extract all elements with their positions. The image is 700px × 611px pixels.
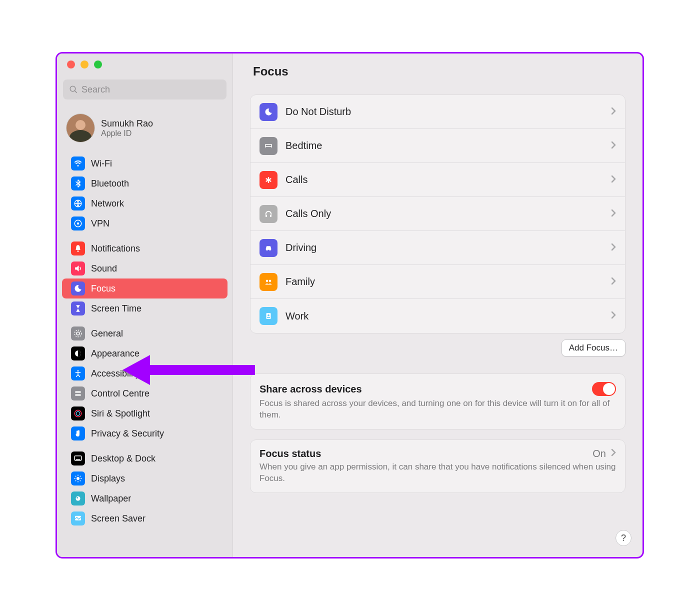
sidebar-item-control-centre[interactable]: Control Centre bbox=[62, 384, 228, 404]
focus-mode-label: Bedtime bbox=[286, 140, 611, 152]
sidebar-item-label: Screen Saver bbox=[91, 514, 146, 524]
svg-rect-16 bbox=[76, 460, 80, 460]
switches-icon bbox=[71, 386, 85, 400]
chevron-right-icon bbox=[611, 141, 616, 151]
maximize-button[interactable] bbox=[94, 60, 102, 68]
sidebar-item-privacy-security[interactable]: Privacy & Security bbox=[62, 424, 228, 444]
headphones-icon bbox=[260, 205, 278, 223]
sound-icon bbox=[71, 262, 85, 276]
focus-mode-driving[interactable]: Driving bbox=[250, 231, 625, 265]
help-button[interactable]: ? bbox=[616, 530, 632, 546]
apple-id-row[interactable]: Sumukh Rao Apple ID bbox=[57, 106, 232, 152]
user-name: Sumukh Rao bbox=[101, 118, 153, 129]
svg-rect-33 bbox=[270, 214, 272, 217]
sidebar-item-wallpaper[interactable]: Wallpaper bbox=[62, 488, 228, 508]
sidebar-item-desktop-dock[interactable]: Desktop & Dock bbox=[62, 448, 228, 468]
sidebar-item-network[interactable]: Network bbox=[62, 194, 228, 214]
focus-mode-label: Work bbox=[286, 310, 611, 322]
svg-line-25 bbox=[80, 476, 81, 477]
focus-mode-do-not-disturb[interactable]: Do Not Disturb bbox=[250, 95, 625, 129]
focus-mode-label: Calls bbox=[286, 174, 611, 186]
sidebar-item-label: Accessibility bbox=[91, 368, 140, 379]
focus-mode-label: Driving bbox=[286, 242, 611, 254]
sidebar-item-siri-spotlight[interactable]: Siri & Spotlight bbox=[62, 404, 228, 424]
siri-icon bbox=[71, 406, 85, 420]
sidebar-item-general[interactable]: General bbox=[62, 324, 228, 344]
sidebar-item-screen-saver[interactable]: Screen Saver bbox=[62, 508, 228, 528]
chevron-right-icon bbox=[611, 277, 616, 287]
share-across-devices-card: Share across devices Focus is shared acr… bbox=[250, 374, 626, 430]
sidebar-item-wi-fi[interactable]: Wi-Fi bbox=[62, 154, 228, 174]
svg-point-5 bbox=[77, 222, 80, 225]
svg-point-34 bbox=[266, 249, 268, 250]
sidebar-item-label: VPN bbox=[91, 218, 110, 229]
sidebar-item-label: Siri & Spotlight bbox=[91, 408, 150, 419]
moon-icon bbox=[260, 103, 278, 121]
window-controls bbox=[57, 60, 232, 80]
sidebar-group-4: Desktop & DockDisplaysWallpaperScreen Sa… bbox=[57, 446, 232, 532]
svg-point-13 bbox=[74, 410, 82, 417]
avatar bbox=[66, 114, 95, 142]
focus-mode-family[interactable]: Family bbox=[250, 265, 625, 299]
accessibility-icon bbox=[71, 366, 85, 380]
sidebar-item-displays[interactable]: Displays bbox=[62, 468, 228, 488]
sidebar-group-2: NotificationsSoundFocusScreen Time bbox=[57, 236, 232, 322]
bed-icon bbox=[260, 137, 278, 155]
wifi-icon bbox=[71, 156, 85, 170]
sidebar-item-label: Screen Time bbox=[91, 304, 142, 314]
sidebar-item-bluetooth[interactable]: Bluetooth bbox=[62, 174, 228, 194]
focus-status-card[interactable]: Focus status On When you give an app per… bbox=[250, 440, 626, 493]
svg-point-39 bbox=[268, 314, 270, 316]
chevron-right-icon bbox=[611, 243, 616, 253]
page-title: Focus bbox=[250, 64, 626, 78]
bluetooth-icon bbox=[71, 176, 85, 190]
add-focus-button[interactable]: Add Focus… bbox=[562, 340, 626, 356]
share-toggle[interactable] bbox=[592, 382, 616, 396]
focus-mode-calls[interactable]: Calls bbox=[250, 163, 625, 197]
minimize-button[interactable] bbox=[80, 60, 88, 68]
sidebar-item-accessibility[interactable]: Accessibility bbox=[62, 364, 228, 384]
close-button[interactable] bbox=[67, 60, 75, 68]
sidebar-item-label: Wallpaper bbox=[91, 494, 131, 504]
asterisk-icon bbox=[260, 171, 278, 189]
moon-icon bbox=[71, 282, 85, 296]
chevron-right-icon bbox=[611, 448, 616, 458]
sidebar-item-appearance[interactable]: Appearance bbox=[62, 344, 228, 364]
sidebar-item-focus[interactable]: Focus bbox=[62, 278, 228, 298]
focus-mode-label: Do Not Disturb bbox=[286, 106, 611, 118]
car-icon bbox=[260, 239, 278, 257]
svg-point-35 bbox=[270, 249, 271, 250]
sidebar-item-screen-time[interactable]: Screen Time bbox=[62, 298, 228, 318]
search-placeholder: Search bbox=[82, 84, 110, 95]
focus-mode-label: Family bbox=[286, 276, 611, 288]
focus-mode-work[interactable]: Work bbox=[250, 299, 625, 333]
network-icon bbox=[71, 196, 85, 210]
sidebar-item-vpn[interactable]: VPN bbox=[62, 214, 228, 234]
share-title: Share across devices bbox=[260, 384, 362, 395]
hourglass-icon bbox=[71, 302, 85, 316]
bell-icon bbox=[71, 242, 85, 256]
search-input[interactable]: Search bbox=[63, 80, 226, 100]
focus-mode-calls-only[interactable]: Calls Only bbox=[250, 197, 625, 231]
wallpaper-icon bbox=[71, 492, 85, 506]
sidebar-item-label: Control Centre bbox=[91, 388, 150, 399]
sidebar-item-label: Network bbox=[91, 198, 124, 209]
chevron-right-icon bbox=[611, 107, 616, 117]
settings-window: Search Sumukh Rao Apple ID Wi-FiBluetoot… bbox=[56, 52, 644, 558]
sidebar-item-label: Focus bbox=[91, 284, 116, 294]
people-icon bbox=[260, 273, 278, 291]
svg-point-14 bbox=[76, 412, 80, 416]
sidebar-item-label: Displays bbox=[91, 474, 125, 484]
dock-icon bbox=[71, 452, 85, 466]
gear-icon bbox=[71, 326, 85, 340]
svg-point-26 bbox=[76, 496, 80, 501]
sidebar-item-label: Notifications bbox=[91, 244, 140, 254]
sidebar-item-notifications[interactable]: Notifications bbox=[62, 238, 228, 258]
sidebar-group-1: Wi-FiBluetoothNetworkVPN bbox=[57, 152, 232, 236]
sidebar-item-sound[interactable]: Sound bbox=[62, 258, 228, 278]
sidebar-item-label: Privacy & Security bbox=[91, 428, 164, 439]
appearance-icon bbox=[71, 346, 85, 360]
search-icon bbox=[69, 85, 78, 94]
focus-mode-bedtime[interactable]: Bedtime bbox=[250, 129, 625, 163]
sidebar-group-3: GeneralAppearanceAccessibilityControl Ce… bbox=[57, 322, 232, 446]
